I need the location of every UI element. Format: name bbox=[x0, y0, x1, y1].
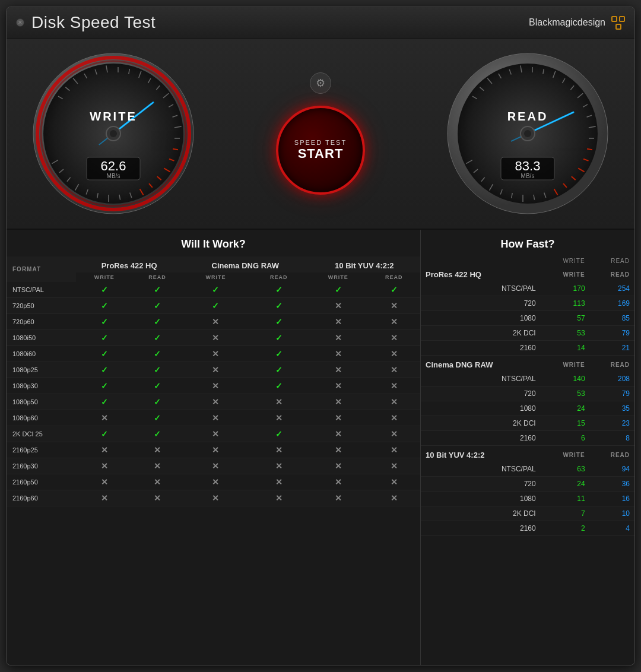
check-icon: ✓ bbox=[275, 429, 283, 439]
resolution-label: 1080 bbox=[421, 311, 541, 326]
prores-group-header: ProRes 422 HQ bbox=[76, 256, 182, 272]
cell-value: ✕ bbox=[368, 346, 420, 362]
cell-value: ✓ bbox=[249, 314, 309, 330]
cell-value: ✕ bbox=[249, 458, 309, 474]
settings-button[interactable]: ⚙ bbox=[310, 72, 331, 94]
check-icon: ✓ bbox=[275, 317, 283, 327]
cross-icon: ✕ bbox=[335, 365, 342, 375]
list-item: 10802435 bbox=[421, 401, 634, 416]
brand-dot-2 bbox=[619, 16, 625, 22]
resolution-label: 2K DCI bbox=[421, 506, 541, 521]
row-label: 2160p25 bbox=[7, 442, 76, 458]
cross-icon: ✕ bbox=[154, 461, 161, 471]
cell-value: ✓ bbox=[249, 330, 309, 346]
cross-icon: ✕ bbox=[154, 477, 161, 487]
check-icon: ✓ bbox=[275, 365, 283, 375]
cross-icon: ✕ bbox=[335, 301, 342, 310]
write-value: 170 bbox=[541, 281, 590, 296]
check-icon: ✓ bbox=[154, 413, 161, 423]
table-row: 1080p25✓✓✕✓✕✕ bbox=[7, 362, 420, 378]
category-row: Cinema DNG RAWWRITEREAD bbox=[421, 356, 634, 372]
resolution-label: 2160 bbox=[421, 521, 541, 536]
cross-icon: ✕ bbox=[212, 349, 219, 359]
gauges-section: WRITE 62.6 MB/s ⚙ SPEED TEST START bbox=[7, 39, 634, 230]
cell-value: ✓ bbox=[132, 426, 182, 442]
cross-icon: ✕ bbox=[275, 461, 283, 471]
check-icon: ✓ bbox=[391, 285, 398, 294]
read-value: 94 bbox=[590, 462, 634, 477]
section-name: Cinema DNG RAW bbox=[421, 356, 541, 372]
start-button-line1: SPEED TEST bbox=[294, 139, 347, 146]
row-label: 2160p60 bbox=[7, 490, 76, 506]
cross-icon: ✕ bbox=[335, 429, 342, 439]
cross-icon: ✕ bbox=[391, 445, 398, 455]
resolution-label: 720 bbox=[421, 386, 541, 401]
row-label: 1080p50 bbox=[7, 394, 76, 410]
read-value: 36 bbox=[590, 477, 634, 492]
cell-value: ✓ bbox=[249, 362, 309, 378]
section-read-label: READ bbox=[590, 356, 634, 372]
cross-icon: ✕ bbox=[391, 397, 398, 407]
cross-icon: ✕ bbox=[212, 429, 219, 439]
cross-icon: ✕ bbox=[275, 413, 283, 423]
cross-icon: ✕ bbox=[335, 461, 342, 471]
check-icon: ✓ bbox=[275, 285, 283, 294]
cell-value: ✓ bbox=[132, 346, 182, 362]
cell-value: ✕ bbox=[249, 394, 309, 410]
resolution-label: NTSC/PAL bbox=[421, 462, 541, 477]
cell-value: ✓ bbox=[132, 410, 182, 426]
start-button[interactable]: SPEED TEST START bbox=[276, 106, 365, 195]
check-icon: ✓ bbox=[275, 381, 283, 391]
cell-value: ✓ bbox=[249, 298, 309, 314]
speed-column-header: READ bbox=[590, 256, 634, 265]
cell-value: ✕ bbox=[182, 394, 249, 410]
cross-icon: ✕ bbox=[275, 445, 283, 455]
cell-value: ✕ bbox=[182, 314, 249, 330]
row-label: NTSC/PAL bbox=[7, 282, 76, 298]
svg-text:MB/s: MB/s bbox=[107, 173, 120, 179]
row-label: 1080i60 bbox=[7, 346, 76, 362]
row-label: 1080p60 bbox=[7, 410, 76, 426]
cell-value: ✕ bbox=[368, 474, 420, 490]
brand-icon bbox=[611, 16, 625, 30]
close-button[interactable]: ✕ bbox=[16, 18, 24, 27]
cross-icon: ✕ bbox=[212, 365, 219, 375]
cell-value: ✓ bbox=[76, 378, 132, 394]
section-write-label: WRITE bbox=[541, 446, 590, 462]
read-value: 21 bbox=[590, 341, 634, 356]
cell-value: ✕ bbox=[309, 410, 368, 426]
check-icon: ✓ bbox=[101, 381, 108, 391]
cell-value: ✓ bbox=[368, 282, 420, 298]
how-fast-table: WRITEREADProRes 422 HQWRITEREADNTSC/PAL1… bbox=[421, 256, 634, 536]
check-icon: ✓ bbox=[101, 301, 108, 310]
resolution-label: NTSC/PAL bbox=[421, 281, 541, 296]
check-icon: ✓ bbox=[154, 317, 161, 327]
read-value: 254 bbox=[590, 281, 634, 296]
cell-value: ✕ bbox=[309, 330, 368, 346]
cell-value: ✓ bbox=[132, 362, 182, 378]
check-icon: ✓ bbox=[101, 349, 108, 359]
list-item: 2K DCI5379 bbox=[421, 326, 634, 341]
check-icon: ✓ bbox=[101, 333, 108, 343]
cell-value: ✓ bbox=[249, 426, 309, 442]
cinema-dng-group-header: Cinema DNG RAW bbox=[182, 256, 309, 272]
cross-icon: ✕ bbox=[391, 317, 398, 327]
table-row: 1080p50✓✓✕✕✕✕ bbox=[7, 394, 420, 410]
format-column-header: FORMAT bbox=[7, 256, 76, 282]
brand-name: Blackmagicdesign bbox=[529, 17, 605, 28]
check-icon: ✓ bbox=[154, 349, 161, 359]
list-item: 2K DCI1523 bbox=[421, 416, 634, 431]
list-item: 7202436 bbox=[421, 477, 634, 492]
brand-dot-1 bbox=[611, 16, 617, 22]
table-row: 1080p30✓✓✕✓✕✕ bbox=[7, 378, 420, 394]
check-icon: ✓ bbox=[275, 301, 283, 310]
cross-icon: ✕ bbox=[212, 461, 219, 471]
cell-value: ✕ bbox=[76, 490, 132, 506]
cell-value: ✓ bbox=[76, 362, 132, 378]
cross-icon: ✕ bbox=[101, 445, 108, 455]
cell-value: ✕ bbox=[309, 298, 368, 314]
cross-icon: ✕ bbox=[101, 461, 108, 471]
resolution-label: 2160 bbox=[421, 341, 541, 356]
write-value: 53 bbox=[541, 326, 590, 341]
table-row: 720p50✓✓✓✓✕✕ bbox=[7, 298, 420, 314]
